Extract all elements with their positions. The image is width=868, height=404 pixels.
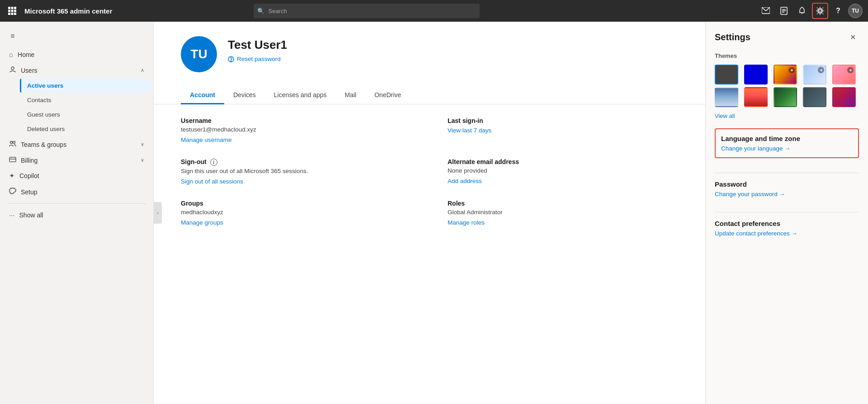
billing-chevron-icon: ∨ (141, 157, 144, 163)
change-language-link[interactable]: Change your language → (721, 145, 853, 152)
theme-blue[interactable] (744, 65, 768, 85)
username-section: Username testuser1@medhacloud.xyz Manage… (181, 117, 420, 144)
search-input[interactable] (254, 4, 480, 18)
svg-rect-1 (11, 7, 14, 9)
sidebar-item-copilot-label: Copilot (19, 172, 39, 179)
themes-section-title: Themes (715, 52, 859, 59)
settings-title: Settings (715, 32, 750, 42)
alt-email-section: Alternate email address None provided Ad… (448, 158, 687, 185)
theme-dark-gray[interactable] (715, 65, 738, 85)
manage-roles-link[interactable]: Manage roles (448, 219, 485, 226)
tab-onedrive[interactable]: OneDrive (365, 87, 410, 104)
update-contact-prefs-link[interactable]: Update contact preferences → (715, 230, 859, 237)
hamburger-btn[interactable]: ≡ (4, 27, 22, 45)
active-users-label: Active users (27, 82, 63, 89)
svg-rect-8 (14, 13, 16, 15)
sidebar-item-active-users[interactable]: Active users (20, 79, 151, 93)
signout-info-icon[interactable]: i (210, 159, 217, 166)
roles-label: Roles (448, 200, 687, 207)
last-signin-section: Last sign-in View last 7 days (448, 117, 687, 144)
sidebar-item-home-label: Home (18, 51, 34, 58)
document-icon-btn[interactable] (776, 3, 792, 19)
theme-star-icon3: ★ (847, 67, 854, 73)
settings-icon-btn[interactable] (812, 3, 828, 19)
sidebar-item-contacts[interactable]: Contacts (20, 93, 151, 107)
svg-rect-0 (8, 7, 10, 9)
user-info: Test User1 Reset password (228, 36, 287, 62)
view-all-themes-link[interactable]: View all (715, 113, 859, 119)
copilot-icon: ✦ (9, 172, 15, 180)
svg-point-19 (10, 141, 13, 144)
search-icon: 🔍 (257, 8, 264, 14)
theme-gradient3[interactable]: ★ (832, 65, 856, 85)
tab-account[interactable]: Account (181, 87, 224, 104)
sidebar-item-copilot[interactable]: ✦ Copilot (2, 168, 151, 183)
svg-rect-2 (14, 7, 16, 9)
signout-all-link[interactable]: Sign out of all sessions (181, 178, 243, 185)
roles-section: Roles Global Administrator Manage roles (448, 200, 687, 226)
signout-section: Sign-out i Sign this user out of all Mic… (181, 158, 420, 185)
notification-icon-btn[interactable] (794, 3, 810, 19)
svg-point-24 (231, 61, 231, 61)
collapse-sidebar-btn[interactable]: ‹ (154, 202, 162, 224)
user-profile-header: TU Test User1 Reset password (154, 22, 705, 72)
guest-users-label: Guest users (27, 111, 60, 118)
manage-username-link[interactable]: Manage username (181, 136, 232, 143)
svg-point-17 (817, 9, 822, 14)
users-submenu: Active users Contacts Guest users Delete… (0, 79, 153, 136)
sidebar-item-setup-label: Setup (21, 188, 38, 196)
sidebar-item-setup[interactable]: Setup (2, 184, 151, 200)
waffle-icon[interactable] (5, 4, 19, 18)
theme-book[interactable] (803, 87, 826, 107)
theme-gradient2[interactable]: ★ (803, 65, 826, 85)
password-section-title: Password (715, 180, 859, 188)
mail-icon-btn[interactable] (758, 3, 774, 19)
view-last7days-link[interactable]: View last 7 days (448, 127, 491, 134)
manage-groups-link[interactable]: Manage groups (181, 219, 223, 226)
theme-mountain[interactable] (715, 87, 738, 107)
user-avatar-btn[interactable]: TU (848, 4, 863, 18)
sidebar-item-billing[interactable]: Billing ∨ (2, 153, 151, 168)
sidebar-item-home[interactable]: ⌂ Home (2, 47, 151, 62)
sidebar-divider (7, 203, 146, 204)
theme-blur[interactable] (832, 87, 856, 107)
home-icon: ⌂ (9, 51, 13, 58)
change-password-link[interactable]: Change your password → (715, 191, 859, 197)
main-layout: ≡ ⌂ Home Users ∧ Active users Contacts G… (0, 22, 868, 404)
tab-devices[interactable]: Devices (224, 87, 265, 104)
settings-close-btn[interactable]: ✕ (846, 31, 859, 43)
topbar-actions: ? TU (758, 3, 863, 19)
themes-grid: ★ ★ ★ (715, 65, 859, 107)
content-area: ‹ TU Test User1 Reset password Account D… (154, 22, 705, 404)
teams-chevron-icon: ∨ (141, 141, 144, 147)
tab-mail[interactable]: Mail (336, 87, 366, 104)
sidebar-item-deleted-users[interactable]: Deleted users (20, 122, 151, 136)
theme-sunset[interactable] (744, 87, 768, 107)
account-content: Username testuser1@medhacloud.xyz Manage… (154, 104, 705, 239)
sidebar-item-show-all[interactable]: ··· Show all (2, 207, 151, 222)
sidebar-item-guest-users[interactable]: Guest users (20, 108, 151, 122)
sidebar-item-users-label: Users (21, 67, 38, 74)
sidebar-item-teams-groups[interactable]: Teams & groups ∨ (2, 136, 151, 152)
profile-tabs: Account Devices Licenses and apps Mail O… (154, 78, 705, 104)
settings-divider2 (715, 212, 859, 212)
sidebar: ≡ ⌂ Home Users ∧ Active users Contacts G… (0, 22, 154, 404)
add-address-link[interactable]: Add address (448, 178, 482, 184)
reset-password-link[interactable]: Reset password (228, 56, 287, 62)
svg-rect-21 (9, 157, 16, 162)
sidebar-item-users[interactable]: Users ∧ (2, 62, 151, 78)
help-icon-btn[interactable]: ? (830, 3, 846, 19)
tab-licenses-apps[interactable]: Licenses and apps (265, 87, 336, 104)
theme-circuit[interactable] (774, 87, 797, 107)
theme-star-icon2: ★ (818, 67, 824, 73)
contact-preferences-section: Contact preferences Update contact prefe… (715, 220, 859, 237)
language-section: Language and time zone Change your langu… (715, 128, 859, 158)
contacts-label: Contacts (27, 97, 51, 103)
deleted-users-label: Deleted users (27, 126, 65, 132)
theme-gradient1[interactable]: ★ (774, 65, 797, 85)
signout-desc: Sign this user out of all Microsoft 365 … (181, 168, 420, 174)
settings-header: Settings ✕ (715, 31, 859, 43)
users-chevron-icon: ∧ (141, 67, 144, 73)
username-label: Username (181, 117, 420, 124)
svg-rect-5 (14, 10, 16, 12)
